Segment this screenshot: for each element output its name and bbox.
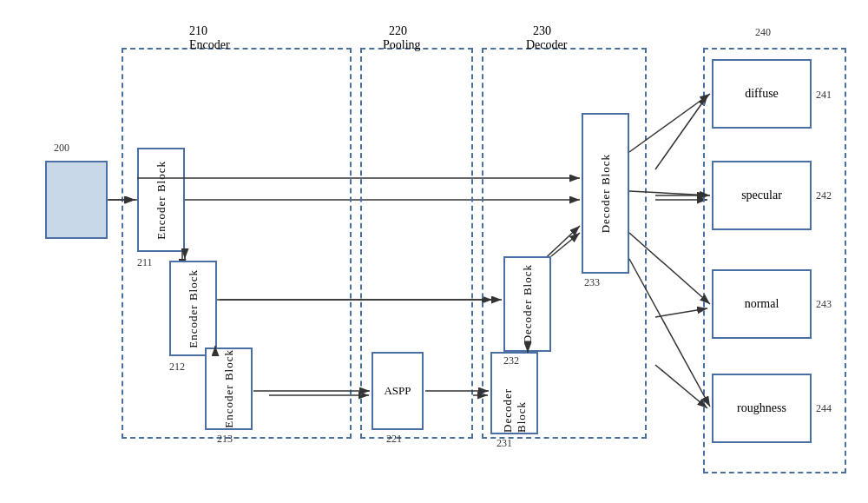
encoder-block-2: Encoder Block <box>169 261 217 356</box>
encoder-block-2-id: 212 <box>169 361 185 374</box>
encoder-block-3: Encoder Block <box>205 347 253 430</box>
pooling-label: Pooling <box>383 38 421 52</box>
encoder-block-1: Encoder Block <box>137 148 185 252</box>
decoder-block-3-label: Decoder Block <box>599 154 613 233</box>
output-section-id: 240 <box>755 26 771 39</box>
output-specular: specular <box>712 161 812 230</box>
diagram-container: 200 210 Encoder 220 Pooling 230 Decoder … <box>0 0 868 503</box>
output-diffuse-label: diffuse <box>745 87 779 101</box>
input-box <box>45 161 108 239</box>
output-specular-id: 242 <box>816 189 832 202</box>
decoder-id-label: 230 <box>533 24 551 38</box>
decoder-block-2-label: Decoder Block <box>521 264 535 343</box>
svg-line-15 <box>655 365 707 408</box>
encoder-block-1-id: 211 <box>137 256 153 269</box>
svg-line-12 <box>655 96 707 169</box>
output-specular-label: specular <box>741 189 782 202</box>
output-normal: normal <box>712 269 812 339</box>
svg-line-14 <box>655 308 707 317</box>
output-normal-id: 243 <box>816 298 832 311</box>
encoder-block-3-id: 213 <box>217 433 233 446</box>
decoder-block-2-id: 232 <box>503 354 519 367</box>
encoder-block-2-label: Encoder Block <box>187 269 201 348</box>
output-normal-label: normal <box>745 297 779 311</box>
aspp-block: ASPP <box>372 352 424 430</box>
pooling-id-label: 220 <box>389 24 407 38</box>
encoder-id-label: 210 <box>189 24 207 38</box>
decoder-block-2: Decoder Block <box>503 256 551 352</box>
encoder-block-3-label: Encoder Block <box>222 349 236 428</box>
input-label: 200 <box>54 142 69 155</box>
output-diffuse: diffuse <box>712 59 812 129</box>
output-roughness-label: roughness <box>737 401 786 415</box>
decoder-label: Decoder <box>526 38 567 52</box>
output-roughness-id: 244 <box>816 402 832 415</box>
encoder-label: Encoder <box>189 38 230 52</box>
decoder-block-3-id: 233 <box>584 276 600 289</box>
decoder-block-3: Decoder Block <box>582 113 629 274</box>
decoder-block-1-id: 231 <box>496 437 512 450</box>
output-diffuse-id: 241 <box>816 89 832 102</box>
encoder-block-1-label: Encoder Block <box>155 161 168 240</box>
aspp-label: ASPP <box>384 384 411 398</box>
aspp-id: 221 <box>386 433 402 446</box>
output-roughness: roughness <box>712 374 812 443</box>
